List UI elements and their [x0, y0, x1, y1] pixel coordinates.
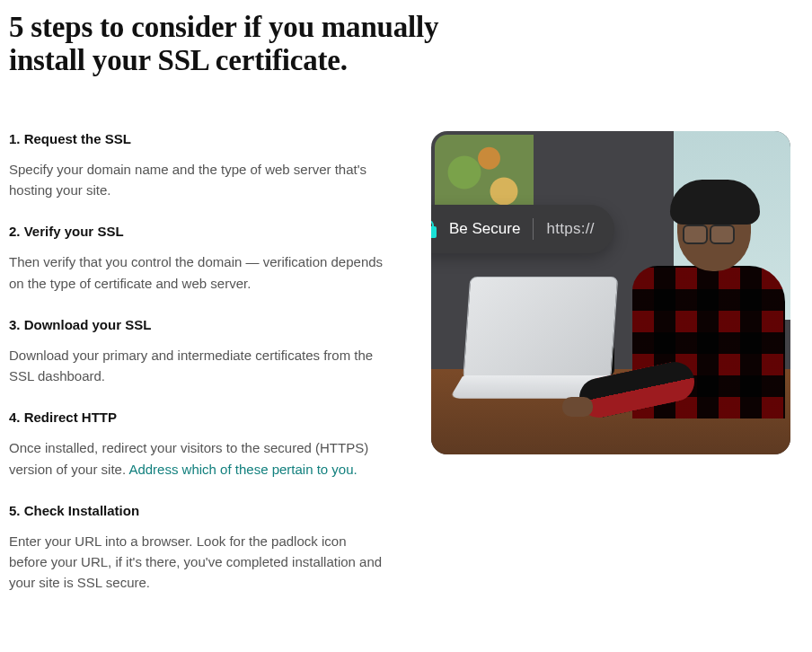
step-heading: 2. Verify your SSL — [9, 224, 386, 239]
step-body: Once installed, redirect your visitors t… — [9, 437, 386, 480]
step-item: 5. Check Installation Enter your URL int… — [9, 503, 386, 594]
scene-person — [614, 185, 785, 419]
step-body: Specify your domain name and the type of… — [9, 159, 386, 201]
step-body: Enter your URL into a browser. Look for … — [9, 531, 386, 594]
secure-pill-protocol: https:// — [546, 220, 594, 238]
illustration-column: Be Secure https:// — [431, 131, 803, 617]
steps-column: 1. Request the SSL Specify your domain n… — [9, 131, 386, 617]
secure-pill-label: Be Secure — [449, 220, 520, 238]
page-title: 5 steps to consider if you manually inst… — [9, 11, 458, 77]
secure-pill: Be Secure https:// — [431, 205, 614, 253]
hero-illustration: Be Secure https:// — [431, 131, 790, 454]
step-heading: 4. Redirect HTTP — [9, 410, 386, 425]
step-item: 4. Redirect HTTP Once installed, redirec… — [9, 410, 386, 480]
redirect-help-link[interactable]: Address which of these pertain to you. — [128, 462, 357, 477]
step-item: 3. Download your SSL Download your prima… — [9, 317, 386, 387]
step-heading: 3. Download your SSL — [9, 317, 386, 332]
lock-icon — [431, 220, 437, 238]
step-heading: 5. Check Installation — [9, 503, 386, 518]
step-item: 1. Request the SSL Specify your domain n… — [9, 131, 386, 201]
step-heading: 1. Request the SSL — [9, 131, 386, 146]
step-item: 2. Verify your SSL Then verify that you … — [9, 224, 386, 294]
step-body: Then verify that you control the domain … — [9, 251, 386, 294]
step-body: Download your primary and intermediate c… — [9, 345, 386, 387]
content-row: 1. Request the SSL Specify your domain n… — [9, 131, 803, 617]
secure-pill-divider — [533, 218, 534, 240]
